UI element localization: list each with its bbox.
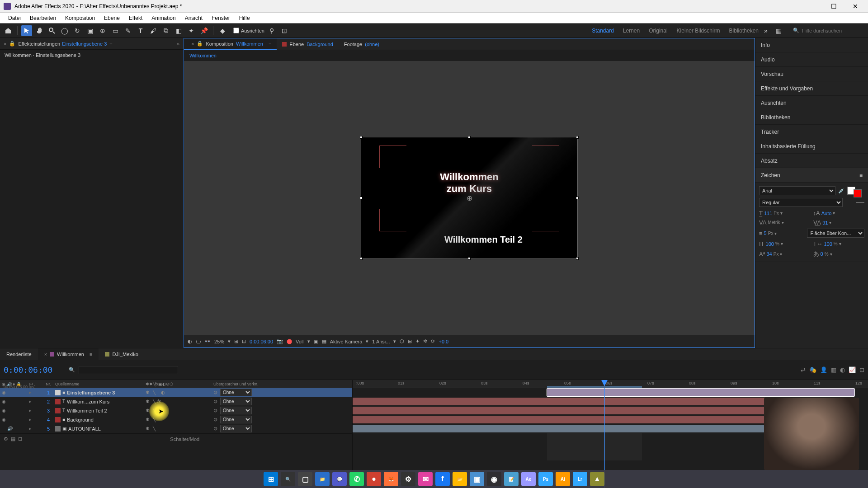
camera-tool[interactable]: ▣ — [85, 25, 95, 36]
font-family-select[interactable]: Arial — [759, 186, 835, 195]
taskbar-app4[interactable]: ▲ — [590, 472, 604, 486]
taskbar-explorer[interactable]: 📁 — [315, 472, 330, 486]
tsume[interactable]: 0 — [821, 251, 823, 257]
help-search-input[interactable] — [802, 28, 865, 33]
comp-flowchart-icon[interactable]: ⇄ — [801, 366, 806, 373]
taskbar-files[interactable]: 📂 — [453, 472, 467, 486]
close-icon[interactable]: × — [4, 41, 6, 47]
panel-vorschau[interactable]: Vorschau — [755, 67, 868, 81]
resolution-dropdown[interactable]: Voll — [296, 339, 304, 344]
comp-tab-ohne[interactable]: Footage (ohne) — [339, 38, 385, 50]
taskbar-app2[interactable]: ⚙ — [401, 472, 415, 486]
font-size[interactable]: 111 — [764, 211, 772, 216]
toggle-modes-icon[interactable]: ▦ — [11, 436, 15, 442]
viewer-display-icon[interactable]: 🖵 — [196, 339, 201, 344]
workspace-standard[interactable]: Standard — [592, 28, 614, 34]
taskbar-ae[interactable]: Ae — [521, 472, 536, 486]
close-button[interactable]: ✕ — [846, 3, 864, 10]
graph-icon[interactable]: 📈 — [849, 366, 856, 373]
taskbar-messenger[interactable]: ✉ — [418, 472, 433, 486]
panel-absatz[interactable]: Absatz — [755, 154, 868, 168]
timecode[interactable]: 0:00:06:00 — [4, 365, 52, 375]
viewer-mask-icon[interactable]: 👓 — [204, 338, 211, 344]
v3-icon[interactable]: ✦ — [415, 338, 420, 344]
switches-modes-toggle[interactable]: Schalter/Modi — [170, 436, 200, 442]
time-ruler[interactable]: :00s01s02s03s04s05s06s07s08s09s10s11s12s — [353, 380, 868, 388]
taskbar-notepad[interactable]: 📝 — [504, 472, 519, 486]
menu-komposition[interactable]: Komposition — [61, 15, 99, 21]
leading[interactable]: Auto — [821, 211, 832, 216]
taskbar-obs[interactable]: ◉ — [487, 472, 501, 486]
lock-icon[interactable]: 🔒 — [9, 41, 15, 47]
taskbar-teams[interactable]: 💬 — [332, 472, 347, 486]
effect-controls-tab[interactable]: × 🔒 Effekteinstellungen Einstellungseben… — [0, 38, 183, 50]
stroke-width[interactable]: 5 — [764, 230, 767, 236]
maximize-button[interactable]: ☐ — [825, 3, 843, 10]
shape-tool[interactable]: ◆ — [217, 25, 228, 36]
viewer-area[interactable]: Willkommen zum Kurs Willkommen Teil 2 ⊕ — [184, 61, 755, 335]
brush-tool[interactable]: 🖌 — [148, 25, 159, 36]
eyedropper-icon[interactable]: 💉 — [838, 188, 844, 194]
font-style-select[interactable]: Regular — [759, 198, 843, 207]
motion-blur-icon[interactable]: ◐ — [840, 366, 845, 373]
panel-bibliotheken[interactable]: Bibliotheken — [755, 110, 868, 125]
viewer-timecode[interactable]: 0:00:06:00 — [250, 339, 273, 344]
rect-tool[interactable]: ▭ — [110, 25, 121, 36]
camera-dropdown[interactable]: Aktive Kamera — [330, 339, 363, 344]
comp-tab-background[interactable]: Ebene Background — [277, 38, 339, 50]
workspace-original[interactable]: Original — [649, 28, 667, 34]
eraser-tool[interactable]: ◧ — [173, 25, 184, 36]
vscale[interactable]: 100 — [766, 241, 774, 247]
views-dropdown[interactable]: 1 Ansi... — [372, 339, 390, 344]
menu-fenster[interactable]: Fenster — [207, 15, 235, 21]
brainstorm-icon[interactable]: ⊡ — [859, 366, 864, 373]
toggle-switches-icon[interactable]: ⚙ — [4, 436, 8, 442]
channel-icon[interactable]: ⬤ — [287, 338, 292, 344]
snapshot-icon[interactable]: 📷 — [277, 338, 283, 344]
taskbar-app3[interactable]: ▣ — [470, 472, 484, 486]
track-1[interactable] — [353, 388, 868, 397]
workspace-bibliotheken[interactable]: Bibliotheken — [729, 28, 759, 34]
draft3d-icon[interactable]: 🎭 — [809, 366, 816, 373]
v1-icon[interactable]: ⬡ — [400, 338, 404, 344]
pen-tool[interactable]: ✎ — [123, 25, 133, 36]
workspace-overflow[interactable]: » — [760, 25, 771, 36]
composition-canvas[interactable]: Willkommen zum Kurs Willkommen Teil 2 ⊕ — [361, 137, 578, 259]
baseline-shift[interactable]: 34 — [766, 251, 772, 257]
menu-ansicht[interactable]: Ansicht — [180, 15, 207, 21]
taskbar-ai[interactable]: Ai — [556, 472, 570, 486]
menu-ebene[interactable]: Ebene — [99, 15, 124, 21]
selection-tool[interactable] — [21, 25, 32, 36]
stroke-style-select[interactable]: Fläche über Kon... — [807, 229, 864, 238]
layer-row-2[interactable]: ◉▸2TWillkom...zum Kurs✱╲fx⊚Ohne — [0, 397, 352, 406]
transparency-icon[interactable]: ▦ — [322, 338, 326, 344]
layer-row-4[interactable]: ◉▸4■Background✱╲⊚Ohne — [0, 415, 352, 424]
shy-icon[interactable]: 👤 — [820, 366, 827, 373]
comp-tab-willkommen[interactable]: ×🔒Komposition Willkommen ≡ — [184, 38, 277, 50]
menu-hilfe[interactable]: Hilfe — [235, 15, 255, 21]
tracking[interactable]: 91 — [822, 220, 828, 225]
workspace-lernen[interactable]: Lernen — [623, 28, 640, 34]
work-area[interactable] — [547, 386, 642, 388]
menu-animation[interactable]: Animation — [147, 15, 180, 21]
grid-icon[interactable]: ⊞ — [234, 338, 238, 344]
taskbar-whatsapp[interactable]: ✆ — [349, 472, 364, 486]
text-tool[interactable]: T — [135, 25, 146, 36]
menu-datei[interactable]: Datei — [4, 15, 25, 21]
hand-tool[interactable] — [34, 25, 45, 36]
help-search[interactable]: 🔍 — [793, 28, 865, 33]
panel-inhaltsbasierte-füllung[interactable]: Inhaltsbasierte Füllung — [755, 139, 868, 154]
layer-row-1[interactable]: ◉▸1■Einstellungsebene 3✱╲◐⊚Ohne — [0, 388, 352, 397]
anchor-tool[interactable]: ⊕ — [97, 25, 108, 36]
puppet-tool[interactable]: 📌 — [198, 25, 209, 36]
comp-breadcrumb[interactable]: Willkommen — [184, 50, 755, 61]
menu-bearbeiten[interactable]: Bearbeiten — [25, 15, 61, 21]
v5-icon[interactable]: ⟳ — [431, 338, 435, 344]
clone-tool[interactable]: ⧉ — [160, 25, 171, 36]
frame-blend-icon[interactable]: ▥ — [831, 366, 836, 373]
timeline-tab-renderliste[interactable]: Renderliste — [0, 348, 38, 360]
toggle-fx-icon[interactable]: ⊡ — [18, 436, 22, 442]
v4-icon[interactable]: ✲ — [423, 338, 427, 344]
workspace-kleiner bildschirm[interactable]: Kleiner Bildschirm — [677, 28, 720, 34]
layer-row-5[interactable]: 🔊▸5▣AUTOUNFALL✱╲⊚Ohne — [0, 424, 352, 433]
